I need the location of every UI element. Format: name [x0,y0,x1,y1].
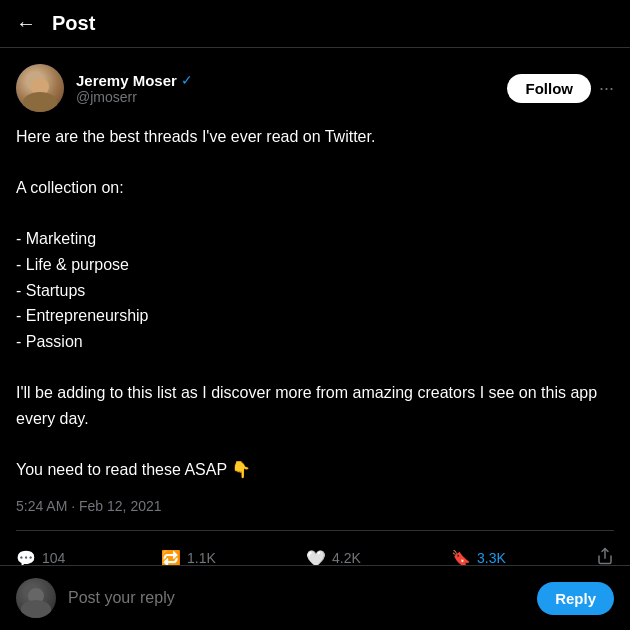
user-info: Jeremy Moser ✓ @jmoserr [76,72,193,105]
user-name[interactable]: Jeremy Moser [76,72,177,89]
user-name-row: Jeremy Moser ✓ [76,72,193,89]
comments-stat[interactable]: 💬 104 [16,549,161,565]
bookmarks-count: 3.3K [477,550,506,565]
reply-button[interactable]: Reply [537,582,614,615]
back-button[interactable]: ← [16,12,36,35]
stats-row: 💬 104 🔁 1.1K 🤍 4.2K 🔖 3.3K [16,547,614,565]
user-row: Jeremy Moser ✓ @jmoserr Follow ··· [16,64,614,112]
more-options-icon[interactable]: ··· [599,78,614,99]
reply-input[interactable] [68,589,525,607]
follow-button[interactable]: Follow [507,74,591,103]
post-content: Jeremy Moser ✓ @jmoserr Follow ··· Here … [0,48,630,565]
heart-icon: 🤍 [306,549,326,565]
reply-avatar [16,578,56,618]
user-right: Follow ··· [507,74,614,103]
likes-stat[interactable]: 🤍 4.2K [306,549,451,565]
verified-icon: ✓ [181,72,193,88]
header: ← Post [0,0,630,48]
bookmarks-stat[interactable]: 🔖 3.3K [451,549,596,565]
likes-count: 4.2K [332,550,361,565]
user-left: Jeremy Moser ✓ @jmoserr [16,64,193,112]
bookmark-icon: 🔖 [451,549,471,565]
tweet-text: Here are the best threads I've ever read… [16,124,614,482]
share-button[interactable] [596,547,614,565]
page-title: Post [52,12,95,35]
retweet-icon: 🔁 [161,549,181,565]
avatar[interactable] [16,64,64,112]
reply-row: Reply [0,565,630,630]
retweets-count: 1.1K [187,550,216,565]
user-handle[interactable]: @jmoserr [76,89,193,105]
comment-icon: 💬 [16,549,36,565]
retweets-stat[interactable]: 🔁 1.1K [161,549,306,565]
tweet-timestamp: 5:24 AM · Feb 12, 2021 [16,498,614,531]
comments-count: 104 [42,550,65,565]
